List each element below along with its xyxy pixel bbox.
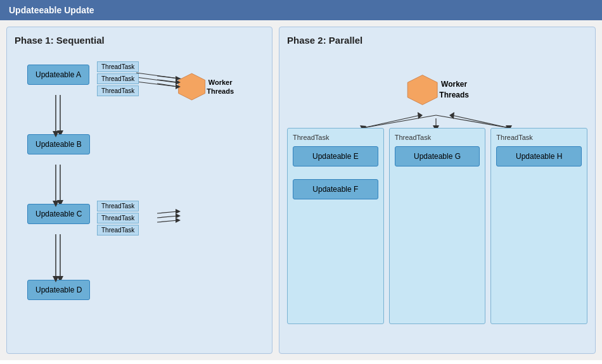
hex-svg-p1 [177, 58, 207, 115]
node-f: Updateable F [293, 179, 378, 199]
node-g: Updateable G [395, 146, 480, 166]
task-container-1: ThreadTask Updateable E Updateable F [287, 128, 384, 324]
svg-marker-29 [407, 75, 437, 105]
task-container-3: ThreadTask Updateable H [490, 128, 587, 324]
task-container-3-title: ThreadTask [496, 134, 582, 141]
svg-line-11 [157, 76, 178, 78]
svg-line-17 [157, 211, 178, 213]
task-container-1-title: ThreadTask [293, 134, 378, 141]
node-a: Updateable A [27, 65, 89, 85]
thread-stack-a: ThreadTask ThreadTask ThreadTask [97, 61, 139, 96]
phase1-title: Phase 1: Sequential [15, 35, 264, 46]
svg-line-19 [157, 216, 178, 218]
svg-line-15 [157, 84, 178, 87]
svg-line-13 [157, 80, 178, 82]
thread-stack-c: ThreadTask ThreadTask ThreadTask [97, 201, 139, 235]
svg-marker-18 [176, 209, 181, 214]
svg-marker-10 [179, 73, 205, 100]
task-containers: ThreadTask Updateable E Updateable F Thr… [287, 128, 587, 324]
page-title: Updateeable Update [9, 5, 94, 15]
worker-threads-hex-p1: WorkerThreads [177, 58, 234, 115]
node-c: Updateable C [27, 204, 90, 224]
thread-task-c2: ThreadTask [97, 213, 139, 223]
svg-marker-20 [176, 213, 181, 218]
phase2-diagram: WorkerThreads [287, 52, 587, 349]
svg-line-21 [157, 220, 178, 222]
hex-svg-p2 [406, 58, 439, 122]
task-container-2-title: ThreadTask [395, 134, 480, 141]
svg-marker-22 [176, 218, 181, 223]
task-container-2: ThreadTask Updateable G [389, 128, 486, 324]
phase1-diagram: Updateable A ThreadTask ThreadTask Threa… [15, 52, 264, 349]
thread-task-a2: ThreadTask [97, 73, 139, 84]
worker-threads-hex-p2: WorkerThreads [406, 58, 469, 122]
phase2-title: Phase 2: Parallel [287, 35, 587, 46]
node-h: Updateable H [496, 146, 582, 166]
thread-task-c1: ThreadTask [97, 201, 139, 211]
node-b: Updateable B [27, 134, 90, 154]
phase1-box: Phase 1: Sequential [6, 27, 272, 354]
node-e: Updateable E [293, 146, 378, 166]
title-bar: Updateeable Update [0, 0, 602, 20]
thread-task-a3: ThreadTask [97, 85, 139, 96]
thread-task-a1: ThreadTask [97, 61, 139, 72]
phase2-box: Phase 2: Parallel WorkerThreads [279, 27, 596, 354]
node-d: Updateable D [27, 280, 90, 300]
thread-task-c3: ThreadTask [97, 225, 139, 235]
